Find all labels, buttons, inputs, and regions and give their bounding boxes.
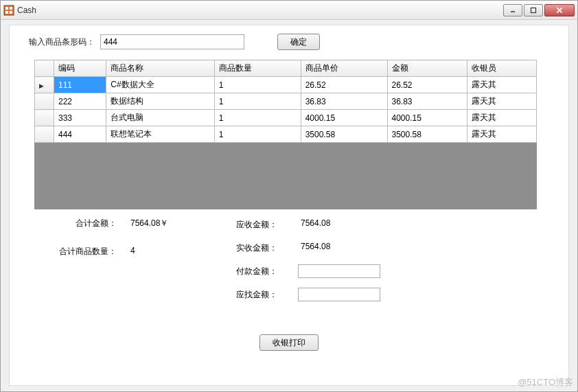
cell-amount[interactable]: 4000.15 bbox=[387, 110, 467, 126]
cell-code[interactable]: 333 bbox=[54, 110, 106, 126]
content-panel: 输入商品条形码： 确定 编码 商品名称 商品数量 商品单价 金额 收银员 bbox=[9, 25, 569, 386]
confirm-button[interactable]: 确定 bbox=[277, 34, 320, 50]
table-row[interactable]: 222 数据结构 1 36.83 36.83 露天其 bbox=[35, 93, 537, 110]
minimize-button[interactable] bbox=[503, 4, 522, 16]
cell-amount[interactable]: 3500.58 bbox=[387, 126, 467, 143]
row-indicator bbox=[35, 110, 54, 126]
titlebar: Cash bbox=[1, 1, 577, 20]
print-button[interactable]: 收银打印 bbox=[259, 334, 319, 351]
cell-qty[interactable]: 1 bbox=[214, 110, 301, 126]
row-indicator-icon bbox=[35, 77, 54, 93]
svg-rect-6 bbox=[531, 8, 536, 12]
cash-window: Cash 输入商品条形码： 确定 编码 商品名称 商品数量 商品单价 bbox=[0, 0, 578, 392]
payment-label: 付款金额： bbox=[236, 266, 298, 277]
summary-left: 合计金额： 7564.08￥ 合计商品数量： 4 bbox=[23, 218, 236, 311]
cell-code[interactable]: 111 bbox=[54, 77, 106, 93]
svg-rect-1 bbox=[5, 7, 8, 10]
cell-code[interactable]: 222 bbox=[54, 93, 106, 110]
payment-input[interactable] bbox=[298, 264, 380, 278]
col-cashier[interactable]: 收银员 bbox=[467, 60, 536, 77]
change-input[interactable] bbox=[298, 288, 380, 301]
cell-price[interactable]: 36.83 bbox=[301, 93, 387, 110]
svg-rect-4 bbox=[10, 11, 12, 14]
received-label: 实收金额： bbox=[236, 242, 298, 254]
row-indicator bbox=[35, 93, 54, 110]
row-indicator bbox=[35, 126, 54, 143]
row-header-blank bbox=[35, 60, 54, 77]
receivable-value: 7564.08 bbox=[298, 218, 380, 231]
cell-name[interactable]: 联想笔记本 bbox=[106, 126, 215, 143]
total-qty-label: 合计商品数量： bbox=[48, 246, 117, 257]
items-grid[interactable]: 编码 商品名称 商品数量 商品单价 金额 收银员 111 C#数据大全 1 2 bbox=[34, 60, 537, 209]
cell-qty[interactable]: 1 bbox=[214, 126, 301, 143]
table-row[interactable]: 444 联想笔记本 1 3500.58 3500.58 露天其 bbox=[35, 126, 537, 143]
table-row[interactable]: 111 C#数据大全 1 26.52 26.52 露天其 bbox=[35, 77, 537, 93]
cell-price[interactable]: 26.52 bbox=[301, 77, 387, 93]
svg-rect-2 bbox=[10, 7, 12, 10]
window-controls bbox=[503, 4, 575, 16]
barcode-row: 输入商品条形码： 确定 bbox=[29, 34, 555, 50]
table-row[interactable]: 333 台式电脑 1 4000.15 4000.15 露天其 bbox=[35, 110, 537, 126]
col-price[interactable]: 商品单价 bbox=[301, 60, 387, 77]
col-qty[interactable]: 商品数量 bbox=[214, 60, 301, 77]
cell-qty[interactable]: 1 bbox=[214, 77, 301, 93]
cell-cashier[interactable]: 露天其 bbox=[467, 110, 536, 126]
grid-header-row: 编码 商品名称 商品数量 商品单价 金额 收银员 bbox=[35, 60, 537, 77]
total-qty-value: 4 bbox=[130, 246, 135, 257]
total-amount-label: 合计金额： bbox=[48, 218, 117, 229]
cell-cashier[interactable]: 露天其 bbox=[467, 93, 536, 110]
cell-amount[interactable]: 36.83 bbox=[387, 93, 467, 110]
cell-name[interactable]: 台式电脑 bbox=[106, 110, 215, 126]
window-title: Cash bbox=[17, 5, 503, 15]
cell-amount[interactable]: 26.52 bbox=[387, 77, 467, 93]
svg-rect-3 bbox=[5, 11, 8, 14]
cell-cashier[interactable]: 露天其 bbox=[467, 77, 536, 93]
close-button[interactable] bbox=[544, 4, 575, 16]
app-icon bbox=[3, 5, 14, 16]
change-label: 应找金额： bbox=[236, 289, 298, 301]
cell-cashier[interactable]: 露天其 bbox=[467, 126, 536, 143]
summary-section: 合计金额： 7564.08￥ 合计商品数量： 4 应收金额： 7564.08 实… bbox=[23, 218, 555, 311]
cell-qty[interactable]: 1 bbox=[214, 93, 301, 110]
barcode-input[interactable] bbox=[100, 34, 244, 49]
total-amount-value: 7564.08￥ bbox=[130, 218, 168, 229]
receivable-label: 应收金额： bbox=[236, 219, 298, 231]
cell-price[interactable]: 3500.58 bbox=[301, 126, 387, 143]
print-row: 收银打印 bbox=[23, 334, 555, 351]
watermark: @51CTO博客 bbox=[518, 376, 573, 389]
cell-code[interactable]: 444 bbox=[54, 126, 106, 143]
col-code[interactable]: 编码 bbox=[54, 60, 106, 77]
cell-name[interactable]: 数据结构 bbox=[106, 93, 215, 110]
col-name[interactable]: 商品名称 bbox=[106, 60, 215, 77]
cell-price[interactable]: 4000.15 bbox=[301, 110, 387, 126]
summary-right: 应收金额： 7564.08 实收金额： 7564.08 付款金额： 应找金额： bbox=[236, 218, 555, 311]
barcode-label: 输入商品条形码： bbox=[29, 36, 95, 48]
maximize-button[interactable] bbox=[524, 4, 543, 16]
col-amount[interactable]: 金额 bbox=[387, 60, 467, 77]
cell-name[interactable]: C#数据大全 bbox=[106, 77, 215, 93]
received-value: 7564.08 bbox=[298, 241, 380, 255]
